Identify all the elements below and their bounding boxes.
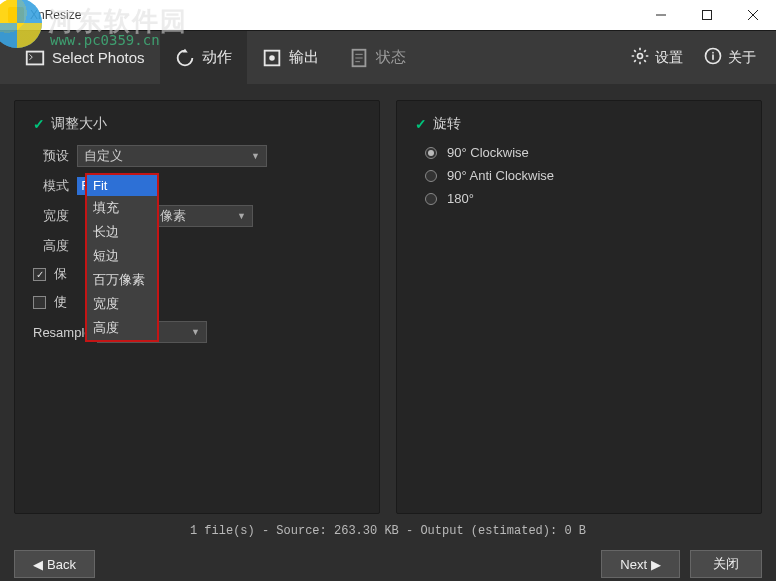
rotate-option-row[interactable]: 90° Anti Clockwise: [425, 168, 743, 183]
use-row: 使: [33, 293, 361, 311]
about-button[interactable]: 关于: [693, 31, 766, 84]
tab-actions-label: 动作: [202, 48, 232, 67]
chevron-down-icon: ▼: [237, 211, 246, 221]
mode-row: 模式 Fit: [33, 177, 361, 195]
rotate-title-row: ✓ 旋转: [415, 115, 743, 133]
back-button[interactable]: ◀ Back: [14, 550, 95, 578]
use-label: 使: [54, 293, 67, 311]
width-row: 宽度 像素 ▼: [33, 205, 361, 227]
tab-select-photos[interactable]: Select Photos: [10, 31, 160, 84]
settings-button[interactable]: 设置: [620, 31, 693, 84]
back-label: Back: [47, 557, 76, 572]
resample-label: Resample: [33, 325, 89, 340]
chevron-down-icon: ▼: [251, 151, 260, 161]
rotate-90cw-label: 90° Clockwise: [447, 145, 529, 160]
tab-status-label: 状态: [376, 48, 406, 67]
svg-rect-0: [703, 11, 712, 20]
chevron-left-icon: ◀: [33, 557, 43, 572]
app-icon: [8, 7, 24, 23]
gear-icon: [630, 46, 650, 69]
next-button[interactable]: Next ▶: [601, 550, 680, 578]
preset-value: 自定义: [84, 147, 123, 165]
mode-option[interactable]: 短边: [87, 244, 157, 268]
chevron-right-icon: ▶: [651, 557, 661, 572]
rotate-180-label: 180°: [447, 191, 474, 206]
resize-title-row: ✓ 调整大小: [33, 115, 361, 133]
mode-option[interactable]: 宽度: [87, 292, 157, 316]
preset-label: 预设: [33, 147, 69, 165]
window-controls: [638, 0, 776, 30]
minimize-button[interactable]: [638, 0, 684, 30]
keep-ratio-label: 保: [54, 265, 67, 283]
main-toolbar: Select Photos 动作 输出 状态 设置 关于: [0, 30, 776, 84]
height-row: 高度: [33, 237, 361, 255]
footer: ◀ Back Next ▶ 关闭: [0, 544, 776, 581]
about-label: 关于: [728, 49, 756, 67]
tab-status[interactable]: 状态: [334, 31, 421, 84]
maximize-button[interactable]: [684, 0, 730, 30]
height-label: 高度: [33, 237, 69, 255]
rotate-option-row[interactable]: 90° Clockwise: [425, 145, 743, 160]
preset-row: 预设 自定义 ▼: [33, 145, 361, 167]
chevron-down-icon: ▼: [191, 327, 200, 337]
window-title: XnResize: [30, 8, 81, 22]
tab-select-photos-label: Select Photos: [52, 49, 145, 66]
rotate-option-row[interactable]: 180°: [425, 191, 743, 206]
rotate-90cw-radio[interactable]: [425, 147, 437, 159]
content-area: ✓ 调整大小 预设 自定义 ▼ 模式 Fit 宽度 像素 ▼ 高度: [0, 84, 776, 514]
unit-combo[interactable]: 像素 ▼: [153, 205, 253, 227]
photos-icon: [24, 47, 46, 69]
svg-rect-1: [27, 51, 44, 64]
keep-ratio-row: 保: [33, 265, 361, 283]
rotate-title: 旋转: [433, 115, 461, 133]
use-checkbox[interactable]: [33, 296, 46, 309]
mode-option[interactable]: 百万像素: [87, 268, 157, 292]
output-icon: [261, 47, 283, 69]
tab-output[interactable]: 输出: [247, 31, 334, 84]
unit-value: 像素: [160, 207, 186, 225]
rotate-180-radio[interactable]: [425, 193, 437, 205]
mode-option[interactable]: 高度: [87, 316, 157, 340]
info-icon: [703, 46, 723, 69]
status-icon: [348, 47, 370, 69]
actions-icon: [174, 47, 196, 69]
svg-point-3: [269, 55, 275, 61]
title-bar: XnResize: [0, 0, 776, 30]
mode-label: 模式: [33, 177, 69, 195]
close-button[interactable]: 关闭: [690, 550, 762, 578]
close-label: 关闭: [713, 555, 739, 573]
resize-enabled-check-icon[interactable]: ✓: [33, 116, 45, 132]
rotate-enabled-check-icon[interactable]: ✓: [415, 116, 427, 132]
mode-option[interactable]: 长边: [87, 220, 157, 244]
mode-dropdown: Fit 填充 长边 短边 百万像素 宽度 高度: [85, 173, 159, 342]
next-label: Next: [620, 557, 647, 572]
svg-point-5: [638, 54, 643, 59]
settings-label: 设置: [655, 49, 683, 67]
close-window-button[interactable]: [730, 0, 776, 30]
preset-combo[interactable]: 自定义 ▼: [77, 145, 267, 167]
status-line: 1 file(s) - Source: 263.30 KB - Output (…: [0, 514, 776, 544]
tab-output-label: 输出: [289, 48, 319, 67]
keep-ratio-checkbox[interactable]: [33, 268, 46, 281]
width-label: 宽度: [33, 207, 69, 225]
resample-row: Resample XX线性 ▼: [33, 321, 361, 343]
resize-panel: ✓ 调整大小 预设 自定义 ▼ 模式 Fit 宽度 像素 ▼ 高度: [14, 100, 380, 514]
rotate-90acw-radio[interactable]: [425, 170, 437, 182]
rotate-90acw-label: 90° Anti Clockwise: [447, 168, 554, 183]
mode-option[interactable]: Fit: [87, 175, 157, 196]
resize-title: 调整大小: [51, 115, 107, 133]
mode-option[interactable]: 填充: [87, 196, 157, 220]
rotate-panel: ✓ 旋转 90° Clockwise 90° Anti Clockwise 18…: [396, 100, 762, 514]
tab-actions[interactable]: 动作: [160, 31, 247, 84]
